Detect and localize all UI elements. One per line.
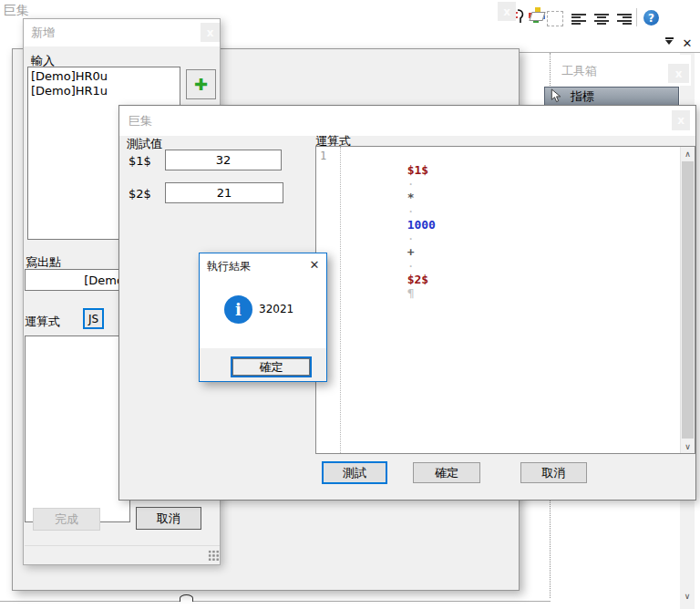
macro-designer-window: 巨集 x ? ✕ ∧ ∨ 工具箱 [0, 0, 700, 609]
cancel-button[interactable]: 取消 [136, 507, 201, 530]
expression-label: 運算式 [25, 314, 60, 330]
close-icon: x [677, 114, 685, 127]
connector-handle[interactable] [180, 594, 193, 602]
panel-close-button[interactable]: ✕ [680, 35, 695, 51]
js-button[interactable]: JS [83, 308, 104, 329]
writeout-input[interactable]: [Demo] [25, 269, 130, 291]
toolbox-close-button[interactable]: x [668, 64, 689, 83]
statusbar-divider [25, 545, 220, 546]
expression-editor[interactable]: 1 $1$ · * · 1000 · + · $2$ ¶ ∧ ∨ [315, 146, 695, 454]
test-values-label: 測試值 [127, 136, 162, 152]
code-token: $1$ [407, 163, 428, 177]
var2-name: $2$ [129, 187, 151, 201]
code-token: 1000 [407, 218, 436, 232]
cancel-button-label: 取消 [157, 511, 180, 527]
test-button[interactable]: 測試 [322, 461, 387, 484]
var1-name: $1$ [129, 154, 151, 168]
dialog-title: 新增 [31, 25, 55, 41]
whitespace-dot: · [407, 259, 415, 273]
palette-icon[interactable] [529, 7, 545, 25]
close-icon: x [503, 5, 510, 18]
ok-button[interactable]: 確定 [413, 462, 480, 483]
pen-icon[interactable] [516, 8, 525, 25]
cancel-button-label: 取消 [542, 465, 566, 481]
cancel-button[interactable]: 取消 [520, 462, 587, 483]
toolbox-item-label: 指標 [571, 88, 594, 105]
whitespace-dot: · [407, 177, 415, 191]
align-center-icon[interactable] [594, 14, 609, 25]
info-glyph: i [235, 302, 242, 318]
var1-value: 32 [216, 153, 232, 167]
result-value: 32021 [259, 303, 293, 315]
msgbox-ok-button[interactable]: 確定 [231, 356, 312, 377]
close-icon: x [207, 26, 214, 39]
code-line: $1$ · * · 1000 · + · $2$ ¶ [350, 150, 436, 314]
help-glyph: ? [648, 12, 654, 25]
dialog-close-button[interactable]: x [201, 23, 220, 42]
result-msgbox: 執行結果 ✕ i 32021 確定 [199, 253, 327, 382]
msgbox-ok-label: 確定 [260, 359, 283, 376]
toolbar-separator [636, 8, 637, 26]
close-icon: x [675, 67, 683, 80]
js-button-label: JS [88, 313, 98, 325]
help-icon[interactable]: ? [643, 10, 659, 26]
toolbox-title: 工具箱 [561, 63, 597, 79]
test-button-label: 測試 [343, 465, 366, 481]
dialog-close-button[interactable]: x [672, 110, 690, 130]
add-input-button[interactable]: ✚ [186, 69, 216, 99]
var2-value: 21 [217, 186, 232, 200]
close-icon: ✕ [310, 258, 320, 272]
line-number: 1 [320, 150, 326, 162]
scroll-down-icon[interactable]: ∨ [681, 439, 695, 453]
toolbox-item-pointer[interactable]: 指標 [544, 87, 679, 106]
list-item[interactable]: [Demo]HR1u [28, 84, 180, 98]
done-button-label: 完成 [55, 511, 78, 528]
resize-grip[interactable] [208, 550, 219, 561]
msgbox-title: 執行結果 [207, 259, 251, 274]
main-close-button[interactable]: x [498, 2, 516, 21]
msgbox-close-button[interactable]: ✕ [306, 256, 323, 273]
cursor-icon [551, 88, 561, 104]
done-button[interactable]: 完成 [33, 508, 100, 531]
expression-editor-small[interactable] [25, 335, 130, 522]
editor-scrollbar[interactable]: ∧ ∨ [680, 147, 695, 453]
code-token: * [407, 191, 415, 204]
app-title: 巨集 [4, 3, 29, 19]
list-item[interactable]: [Demo]HR0u [28, 69, 180, 84]
whitespace-dot: · [407, 204, 415, 218]
info-icon: i [224, 295, 252, 324]
code-token: $2$ [407, 273, 428, 286]
close-icon: ✕ [683, 36, 693, 50]
var2-input[interactable]: 21 [165, 182, 283, 203]
dialog-title: 巨集 [129, 113, 152, 129]
align-left-icon[interactable] [571, 14, 586, 25]
eraser-shape [529, 12, 545, 21]
whitespace-dot: · [407, 232, 415, 245]
selection-marquee-icon[interactable] [547, 11, 563, 26]
scrollbar-thumb[interactable] [682, 161, 694, 439]
pin-menu-icon[interactable] [664, 37, 674, 48]
ok-button-label: 確定 [435, 465, 458, 481]
scroll-up-icon[interactable]: ∧ [681, 147, 695, 160]
pilcrow-mark: ¶ [407, 286, 415, 300]
code-token: + [407, 245, 415, 259]
canvas-bottom-line [0, 601, 551, 602]
var1-input[interactable]: 32 [165, 150, 282, 170]
align-right-icon[interactable] [617, 14, 632, 25]
plus-icon: ✚ [194, 75, 208, 94]
scroll-down-icon[interactable]: ∨ [680, 589, 695, 603]
